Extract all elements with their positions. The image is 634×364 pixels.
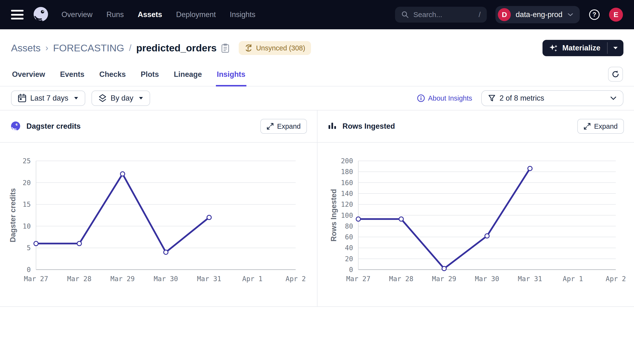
caret-down-icon bbox=[74, 96, 78, 100]
metrics-filter-label: 2 of 8 metrics bbox=[500, 94, 544, 102]
tab-plots[interactable]: Plots bbox=[140, 67, 160, 86]
user-avatar[interactable]: E bbox=[609, 8, 623, 22]
status-badge-label: Unsynced (308) bbox=[256, 44, 305, 52]
svg-text:100: 100 bbox=[341, 212, 353, 220]
svg-text:5: 5 bbox=[27, 244, 31, 252]
svg-text:20: 20 bbox=[22, 179, 31, 187]
svg-text:Apr 1: Apr 1 bbox=[563, 275, 583, 283]
caret-down-icon bbox=[613, 46, 618, 50]
svg-text:200: 200 bbox=[341, 157, 353, 165]
granularity-dropdown[interactable]: By day bbox=[92, 90, 150, 106]
nav-item-runs[interactable]: Runs bbox=[106, 10, 124, 19]
materialize-split-button: Materialize bbox=[542, 40, 624, 56]
svg-text:80: 80 bbox=[345, 222, 353, 230]
bar-chart-icon bbox=[328, 121, 337, 131]
chart-panel-dagster-credits: Dagster credits Expand 0510152025Mar 27M… bbox=[0, 110, 317, 306]
nav-item-insights[interactable]: Insights bbox=[230, 10, 256, 19]
svg-text:0: 0 bbox=[349, 266, 353, 274]
nav-item-deployment[interactable]: Deployment bbox=[176, 10, 216, 19]
chevron-down-icon bbox=[610, 96, 617, 100]
date-range-dropdown[interactable]: Last 7 days bbox=[11, 90, 85, 106]
about-insights-link[interactable]: About Insights bbox=[417, 94, 472, 102]
svg-text:120: 120 bbox=[341, 200, 353, 208]
date-range-label: Last 7 days bbox=[30, 94, 68, 102]
svg-text:Apr 2: Apr 2 bbox=[286, 275, 306, 283]
svg-text:Apr 2: Apr 2 bbox=[606, 275, 626, 283]
asset-tabs: Overview Events Checks Plots Lineage Ins… bbox=[0, 67, 634, 86]
svg-text:?: ? bbox=[592, 11, 596, 18]
about-insights-label: About Insights bbox=[428, 94, 472, 102]
chart-title: Dagster credits bbox=[26, 122, 81, 130]
tab-insights[interactable]: Insights bbox=[216, 67, 246, 86]
org-switcher[interactable]: D data-eng-prod bbox=[496, 6, 580, 23]
svg-text:Mar 31: Mar 31 bbox=[518, 275, 542, 283]
svg-text:Mar 28: Mar 28 bbox=[389, 275, 413, 283]
chart-panel-header: Dagster credits Expand bbox=[0, 110, 317, 142]
svg-text:180: 180 bbox=[341, 168, 353, 176]
svg-text:Mar 29: Mar 29 bbox=[110, 275, 135, 283]
search-input[interactable]: Search... / bbox=[395, 7, 487, 22]
filter-funnel-icon bbox=[488, 94, 496, 102]
expand-label: Expand bbox=[594, 122, 618, 130]
line-chart-dagster-credits[interactable]: 0510152025Mar 27Mar 28Mar 29Mar 30Mar 31… bbox=[0, 142, 317, 306]
svg-text:Mar 30: Mar 30 bbox=[475, 275, 499, 283]
svg-text:Mar 28: Mar 28 bbox=[67, 275, 92, 283]
primary-nav: Overview Runs Assets Deployment Insights bbox=[62, 10, 256, 19]
svg-text:Apr 1: Apr 1 bbox=[242, 275, 262, 283]
tab-events[interactable]: Events bbox=[59, 67, 86, 86]
calendar-icon bbox=[18, 94, 26, 103]
line-chart-rows-ingested[interactable]: 020406080100120140160180200Mar 27Mar 28M… bbox=[318, 142, 634, 306]
info-icon bbox=[417, 94, 425, 102]
breadcrumb-separator: › bbox=[46, 43, 48, 53]
materialize-dropdown-button[interactable] bbox=[608, 40, 624, 56]
svg-text:15: 15 bbox=[22, 200, 31, 208]
help-icon[interactable]: ? bbox=[588, 9, 600, 21]
breadcrumb-assets-link[interactable]: Assets bbox=[11, 42, 40, 54]
expand-button[interactable]: Expand bbox=[260, 119, 307, 134]
expand-button[interactable]: Expand bbox=[577, 119, 624, 134]
org-name: data-eng-prod bbox=[516, 10, 562, 19]
svg-text:20: 20 bbox=[345, 255, 353, 263]
clipboard-icon bbox=[220, 43, 230, 53]
org-badge: D bbox=[498, 8, 511, 21]
search-icon bbox=[401, 11, 409, 18]
copy-asset-name-button[interactable] bbox=[220, 43, 230, 53]
top-nav: Overview Runs Assets Deployment Insights… bbox=[0, 0, 634, 29]
filter-right-group: About Insights 2 of 8 metrics bbox=[417, 90, 624, 106]
dagster-logo-icon[interactable] bbox=[32, 6, 50, 24]
svg-text:Mar 27: Mar 27 bbox=[24, 275, 48, 283]
tab-checks[interactable]: Checks bbox=[98, 67, 127, 86]
svg-text:Mar 30: Mar 30 bbox=[154, 275, 178, 283]
search-placeholder: Search... bbox=[413, 10, 474, 19]
svg-text:Mar 29: Mar 29 bbox=[432, 275, 456, 283]
svg-text:40: 40 bbox=[345, 244, 353, 252]
svg-text:60: 60 bbox=[345, 233, 353, 241]
chart-panel-rows-ingested: Rows Ingested Expand 0204060801001201401… bbox=[317, 110, 634, 306]
materialize-button[interactable]: Materialize bbox=[542, 40, 607, 56]
svg-text:10: 10 bbox=[22, 222, 31, 230]
nav-right-group: Search... / D data-eng-prod ? E bbox=[395, 6, 623, 23]
insights-filter-bar: Last 7 days By day About Insights bbox=[0, 86, 634, 110]
hamburger-menu-icon[interactable] bbox=[11, 10, 24, 20]
materialize-label: Materialize bbox=[562, 44, 600, 52]
tab-overview[interactable]: Overview bbox=[11, 67, 46, 86]
svg-text:160: 160 bbox=[341, 179, 353, 187]
search-shortcut: / bbox=[478, 10, 480, 19]
svg-text:25: 25 bbox=[22, 157, 31, 165]
breadcrumb-group-link[interactable]: FORECASTING bbox=[53, 42, 124, 54]
nav-item-overview[interactable]: Overview bbox=[62, 10, 92, 19]
nav-item-assets[interactable]: Assets bbox=[138, 10, 162, 19]
metrics-filter-dropdown[interactable]: 2 of 8 metrics bbox=[481, 90, 624, 106]
expand-icon bbox=[584, 123, 591, 130]
tab-lineage[interactable]: Lineage bbox=[173, 67, 203, 86]
page-title: predicted_orders bbox=[136, 42, 216, 54]
refresh-icon bbox=[611, 70, 620, 78]
breadcrumb-slash: / bbox=[129, 43, 131, 53]
svg-text:Mar 31: Mar 31 bbox=[197, 275, 221, 283]
chart-title: Rows Ingested bbox=[342, 122, 395, 130]
expand-label: Expand bbox=[277, 122, 301, 130]
refresh-button[interactable] bbox=[608, 67, 623, 82]
breadcrumb: Assets › FORECASTING / predicted_orders bbox=[11, 42, 216, 54]
status-badge[interactable]: Unsynced (308) bbox=[239, 41, 311, 55]
chevron-down-icon bbox=[567, 12, 574, 17]
